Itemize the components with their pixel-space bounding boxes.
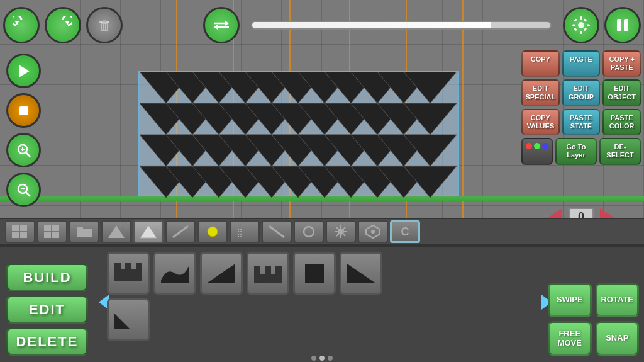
tab-hex[interactable] xyxy=(358,220,388,243)
svg-marker-109 xyxy=(114,314,130,329)
build-mode-button[interactable]: BUILD xyxy=(6,263,88,291)
edit-mode-button[interactable]: EDIT xyxy=(6,295,88,324)
svg-rect-75 xyxy=(20,225,27,231)
svg-rect-76 xyxy=(12,232,19,238)
svg-rect-107 xyxy=(305,264,324,283)
settings-button[interactable] xyxy=(563,7,599,43)
rotate-button[interactable]: ROTATE xyxy=(596,283,640,317)
delete-mode-button[interactable]: DELETE xyxy=(6,327,88,356)
svg-rect-83 xyxy=(77,227,83,230)
edit-object-button[interactable]: EDIT OBJECT xyxy=(602,79,641,106)
object-square[interactable] xyxy=(293,252,336,295)
tab-c[interactable]: C xyxy=(390,220,420,243)
mode-buttons: BUILD EDIT DELETE xyxy=(6,263,88,356)
top-toolbar xyxy=(3,3,641,47)
progress-bar xyxy=(251,21,552,30)
edit-group-button[interactable]: EDIT GROUP xyxy=(562,79,601,106)
tab-special[interactable]: ⣿ xyxy=(230,220,260,243)
svg-rect-81 xyxy=(52,232,59,238)
color-dot-green xyxy=(534,143,540,149)
left-toolbar xyxy=(6,54,41,207)
snap-button[interactable]: SNAP xyxy=(596,321,640,356)
paste-button[interactable]: PASTE xyxy=(562,50,601,77)
zoom-in-button[interactable] xyxy=(6,133,41,167)
undo-button[interactable] xyxy=(3,7,40,43)
object-battlements[interactable] xyxy=(247,252,289,295)
object-grid xyxy=(107,252,543,356)
swipe-button[interactable]: SWIPE xyxy=(548,283,592,317)
svg-marker-108 xyxy=(347,264,375,283)
copy-values-button[interactable]: COPY VALUES xyxy=(521,109,560,135)
paste-color-button[interactable]: PASTE COLOR xyxy=(602,109,641,135)
tab-slope[interactable] xyxy=(165,220,196,243)
bottom-toolbar: BUILD EDIT DELETE xyxy=(0,246,644,362)
svg-point-54 xyxy=(578,22,584,28)
progress-bar-fill xyxy=(252,22,491,28)
redo-button[interactable] xyxy=(45,7,81,43)
svg-rect-74 xyxy=(12,225,19,231)
right-panel-row-1: COPY PASTE COPY + PASTE xyxy=(521,50,641,77)
pause-button[interactable] xyxy=(604,7,641,43)
color-button[interactable] xyxy=(521,138,553,164)
svg-line-72 xyxy=(26,192,30,196)
tab-blocks-1[interactable] xyxy=(5,220,35,243)
tab-triangle[interactable] xyxy=(101,220,131,243)
trash-button[interactable] xyxy=(86,7,123,43)
color-dot-blue xyxy=(542,143,548,149)
object-row-1 xyxy=(107,252,382,295)
tab-orb[interactable] xyxy=(197,220,228,243)
object-corner[interactable] xyxy=(340,252,382,295)
scroll-dot-3 xyxy=(328,356,333,361)
svg-rect-100 xyxy=(125,263,131,271)
go-to-layer-button[interactable]: Go To Layer xyxy=(555,138,597,164)
object-ramp[interactable] xyxy=(200,252,243,295)
svg-rect-78 xyxy=(44,225,51,231)
swap-button[interactable] xyxy=(203,7,240,43)
edit-special-button[interactable]: EDIT SPECIAL xyxy=(521,79,560,106)
stop-button[interactable] xyxy=(6,93,41,128)
right-panel-row-4: Go To Layer DE- SELECT xyxy=(521,138,641,164)
right-panel-row-2: EDIT SPECIAL EDIT GROUP EDIT OBJECT xyxy=(521,79,641,106)
svg-marker-85 xyxy=(140,225,157,238)
tab-burst[interactable] xyxy=(326,220,356,243)
svg-rect-57 xyxy=(572,25,575,26)
scroll-dots xyxy=(311,356,333,361)
svg-rect-62 xyxy=(574,28,577,31)
object-small-corner[interactable] xyxy=(107,298,150,341)
free-move-button[interactable]: FREE MOVE xyxy=(548,321,592,356)
svg-rect-60 xyxy=(584,28,587,31)
music-button[interactable] xyxy=(6,54,41,88)
svg-rect-58 xyxy=(587,25,590,26)
svg-marker-84 xyxy=(108,225,125,238)
svg-rect-64 xyxy=(624,19,628,31)
copy-button[interactable]: COPY xyxy=(521,50,560,77)
svg-rect-66 xyxy=(19,106,28,115)
svg-rect-104 xyxy=(254,266,260,276)
svg-rect-80 xyxy=(44,232,51,238)
zoom-out-button[interactable] xyxy=(6,173,41,207)
svg-line-89 xyxy=(269,226,284,237)
tab-triangle-active[interactable] xyxy=(133,220,164,243)
tab-slope-2[interactable] xyxy=(262,220,292,243)
deselect-button[interactable]: DE- SELECT xyxy=(599,138,641,164)
svg-rect-55 xyxy=(580,16,582,20)
spike-selection-area xyxy=(138,71,459,196)
paste-state-button[interactable]: PASTE STATE xyxy=(562,109,601,135)
object-crown[interactable] xyxy=(107,252,150,295)
tab-blocks-2[interactable] xyxy=(37,220,67,243)
svg-rect-105 xyxy=(265,266,271,276)
svg-point-97 xyxy=(371,230,375,234)
copy-paste-button[interactable]: COPY + PASTE xyxy=(602,50,641,77)
right-action-buttons: SWIPE ROTATE FREE MOVE SNAP xyxy=(548,283,639,356)
tab-circle[interactable] xyxy=(294,220,324,243)
svg-rect-101 xyxy=(136,263,142,271)
svg-marker-52 xyxy=(225,21,229,26)
svg-rect-99 xyxy=(114,263,121,271)
object-wave[interactable] xyxy=(153,252,196,295)
svg-marker-65 xyxy=(19,65,30,77)
svg-rect-61 xyxy=(584,18,587,22)
tab-blocks-3[interactable] xyxy=(69,220,99,243)
svg-marker-102 xyxy=(208,264,235,283)
svg-line-86 xyxy=(173,226,188,237)
svg-marker-53 xyxy=(214,25,218,30)
